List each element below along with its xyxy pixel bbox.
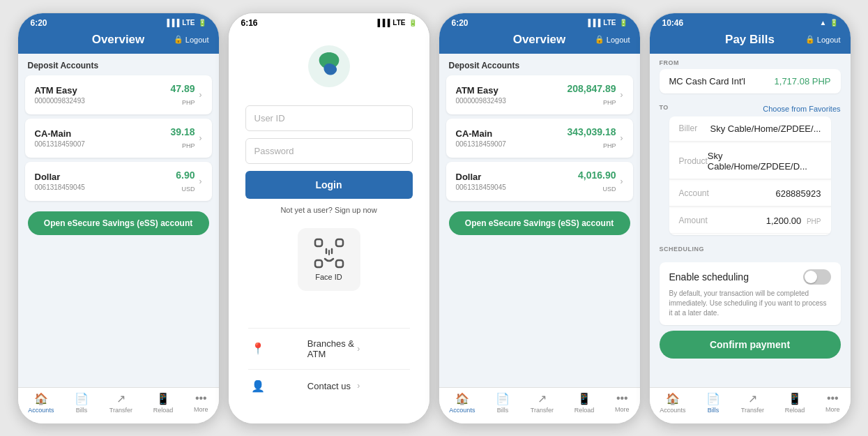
chevron-atm-3: › [620, 90, 623, 100]
phone-1-header: Overview 🔒 Logout [18, 30, 219, 54]
bottom-nav-1: 🏠 Accounts 📄 Bills ↗ Transfer 📱 Reload •… [18, 387, 219, 423]
status-bar-4: 10:46 ▲ 🔋 [650, 13, 851, 30]
lte-3: LTE [603, 19, 616, 27]
bills-icon-1: 📄 [75, 392, 89, 405]
nav-more-3[interactable]: ••• More [615, 392, 630, 416]
acc-amount-atm-3: 208,847.89 [567, 83, 616, 94]
status-bar-2: 6:16 ▐▐▐ LTE 🔋 [229, 13, 429, 30]
account-item-ca-1[interactable]: CA-Main 0061318459007 39.18 PHP › [25, 119, 212, 158]
nav-accounts-4[interactable]: 🏠 Accounts [660, 392, 685, 416]
face-id-box[interactable]: Face ID [298, 228, 360, 291]
nav-bills-1[interactable]: 📄 Bills [75, 392, 89, 416]
from-account-row[interactable]: MC Cash Card Int'l 1,717.08 PHP [660, 69, 841, 93]
logout-icon-3: 🔒 [595, 35, 604, 44]
nav-transfer-1[interactable]: ↗ Transfer [109, 392, 132, 416]
acc-amount-dollar-3: 4,016.90 [578, 170, 616, 181]
branches-atm-link[interactable]: 📍 Branches & ATM › [248, 328, 410, 369]
nav-accounts-3[interactable]: 🏠 Accounts [449, 392, 475, 416]
password-input[interactable] [245, 138, 413, 164]
phone-1-overview: 6:20 ▐▐▐ LTE 🔋 Overview 🔒 Logout Deposit… [17, 13, 220, 424]
phone-1-body: Deposit Accounts ATM Easy 0000009832493 … [18, 54, 219, 387]
login-body: Login Not yet a user? Sign up now Face I… [229, 30, 429, 423]
status-bar-1: 6:20 ▐▐▐ LTE 🔋 [18, 13, 219, 30]
user-id-input[interactable] [245, 105, 413, 131]
account-row: Account 628885923 [669, 181, 831, 206]
more-icon-3: ••• [616, 392, 628, 405]
acc-amount-dollar-1: 6.90 [176, 170, 195, 181]
transfer-icon-3: ↗ [538, 392, 547, 405]
scheduling-toggle[interactable] [803, 269, 831, 285]
choose-favorites-btn[interactable]: Choose from Favorites [763, 105, 840, 113]
accounts-icon-1: 🏠 [34, 392, 48, 405]
amount-val: 1,200.00 PHP [766, 216, 821, 226]
wifi-icon-4: ▲ [820, 19, 827, 27]
product-key: Product [679, 156, 708, 166]
transfer-icon-4: ↗ [748, 392, 757, 405]
overview-title-3: Overview [513, 33, 566, 47]
nav-reload-1[interactable]: 📱 Reload [153, 392, 174, 416]
signal-icon-1: ▐▐▐ [165, 19, 179, 27]
paybills-title: Pay Bills [725, 33, 775, 47]
logout-btn-3[interactable]: 🔒 Logout [595, 35, 630, 44]
open-esecure-btn-1[interactable]: Open eSecure Savings (eSS) account [28, 211, 209, 235]
account-item-atm-1[interactable]: ATM Easy 0000009832493 47.89 PHP › [25, 75, 212, 114]
account-item-dollar-3[interactable]: Dollar 0061318459045 4,016.90 USD › [446, 162, 633, 201]
acc-currency-dollar-1: USD [181, 186, 195, 193]
enable-scheduling-row: Enable scheduling [669, 269, 831, 285]
nav-accounts-1[interactable]: 🏠 Accounts [28, 392, 54, 416]
battery-icon-3: 🔋 [619, 19, 627, 27]
nav-more-1[interactable]: ••• More [194, 392, 208, 416]
bottom-nav-4: 🏠 Accounts 📄 Bills ↗ Transfer 📱 Reload •… [650, 387, 851, 423]
nav-transfer-3[interactable]: ↗ Transfer [531, 392, 554, 416]
logout-btn-4[interactable]: 🔒 Logout [805, 35, 841, 44]
chevron-dollar-3: › [620, 176, 623, 186]
reload-icon-1: 📱 [156, 392, 170, 405]
acc-amount-ca-1: 39.18 [170, 126, 195, 137]
account-item-dollar-1[interactable]: Dollar 0061318459045 6.90 USD › [25, 162, 212, 201]
nav-transfer-4[interactable]: ↗ Transfer [741, 392, 764, 416]
scheduling-desc: By default, your transaction will be com… [669, 289, 831, 318]
signup-text[interactable]: Not yet a user? Sign up now [280, 206, 376, 214]
reload-icon-3: 📱 [577, 392, 591, 405]
deposit-section-1: Deposit Accounts [18, 54, 219, 73]
login-button[interactable]: Login [245, 171, 413, 199]
nav-reload-3[interactable]: 📱 Reload [574, 392, 595, 416]
account-item-atm-3[interactable]: ATM Easy 0000009832493 208,847.89 PHP › [446, 75, 633, 114]
biller-row: Biller Sky Cable/Home/ZPDEE/... [669, 116, 831, 142]
scheduling-box: Enable scheduling By default, your trans… [660, 262, 841, 325]
acc-currency-dollar-3: USD [602, 186, 616, 193]
from-label: FROM [660, 59, 841, 66]
account-item-ca-3[interactable]: CA-Main 0061318459007 343,039.18 PHP › [446, 119, 633, 158]
phone-4-paybills: 10:46 ▲ 🔋 Pay Bills 🔒 Logout FROM MC Cas… [649, 13, 851, 424]
nav-bills-3[interactable]: 📄 Bills [496, 392, 510, 416]
lte-1: LTE [182, 19, 195, 27]
from-section: FROM MC Cash Card Int'l 1,717.08 PHP [650, 54, 851, 98]
confirm-payment-btn[interactable]: Confirm payment [660, 331, 841, 359]
phone-3-header: Overview 🔒 Logout [439, 30, 640, 54]
scheduling-label: SCHEDULING [660, 246, 841, 253]
to-fields: Biller Sky Cable/Home/ZPDEE/... Product … [669, 116, 831, 235]
chevron-ca-3: › [620, 133, 623, 143]
signal-icon-2: ▐▐▐ [375, 19, 390, 27]
open-esecure-btn-3[interactable]: Open eSecure Savings (eSS) account [449, 211, 630, 235]
acc-num-ca-3: 0061318459007 [456, 140, 506, 148]
svg-rect-3 [315, 260, 322, 267]
status-icons-2: ▐▐▐ LTE 🔋 [375, 19, 416, 27]
account-key: Account [679, 188, 709, 198]
status-bar-3: 6:20 ▐▐▐ LTE 🔋 [439, 13, 640, 30]
acc-name-dollar-1: Dollar [35, 172, 85, 182]
amount-row: Amount 1,200.00 PHP [669, 209, 831, 233]
contact-us-link[interactable]: 👤 Contact us › [248, 369, 410, 403]
phone-3-overview: 6:20 ▐▐▐ LTE 🔋 Overview 🔒 Logout Deposit… [439, 13, 641, 424]
nav-reload-4[interactable]: 📱 Reload [785, 392, 805, 416]
nav-more-4[interactable]: ••• More [825, 392, 840, 416]
location-icon: 📍 [251, 342, 300, 355]
acc-name-atm-1: ATM Easy [35, 85, 85, 96]
acc-currency-ca-1: PHP [182, 142, 195, 149]
nav-bills-4[interactable]: 📄 Bills [706, 392, 720, 416]
reload-icon-4: 📱 [788, 392, 802, 405]
logout-btn-1[interactable]: 🔒 Logout [174, 35, 209, 44]
to-label: TO [660, 104, 669, 111]
biller-key: Biller [679, 123, 698, 133]
biller-val: Sky Cable/Home/ZPDEE/... [710, 123, 821, 134]
